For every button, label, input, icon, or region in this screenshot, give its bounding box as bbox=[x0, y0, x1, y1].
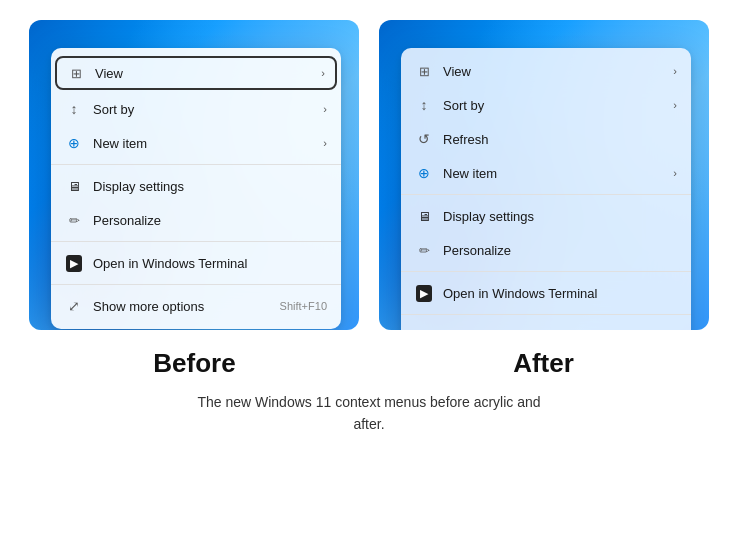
caption: The new Windows 11 context menus before … bbox=[197, 385, 540, 436]
after-sortby-label: Sort by bbox=[443, 98, 663, 113]
after-view-label: View bbox=[443, 64, 663, 79]
before-more-shortcut: Shift+F10 bbox=[280, 300, 327, 312]
after-divider-2 bbox=[401, 271, 691, 272]
after-view-icon bbox=[415, 62, 433, 80]
before-context-menu: View › Sort by › New item › Display sett… bbox=[51, 48, 341, 329]
after-terminal-icon bbox=[415, 284, 433, 302]
sortby-arrow: › bbox=[323, 103, 327, 115]
after-divider-1 bbox=[401, 194, 691, 195]
before-personalize-label: Personalize bbox=[93, 213, 327, 228]
display-icon bbox=[65, 177, 83, 195]
after-menu-display[interactable]: Display settings bbox=[401, 199, 691, 233]
after-menu-newitem[interactable]: New item › bbox=[401, 156, 691, 190]
before-display-label: Display settings bbox=[93, 179, 327, 194]
before-menu-view[interactable]: View › bbox=[55, 56, 337, 90]
view-icon bbox=[67, 64, 85, 82]
view-arrow: › bbox=[321, 67, 325, 79]
after-personalize-icon bbox=[415, 241, 433, 259]
after-menu-sortby[interactable]: Sort by › bbox=[401, 88, 691, 122]
after-view-arrow: › bbox=[673, 65, 677, 77]
terminal-icon bbox=[65, 254, 83, 272]
after-context-menu: View › Sort by › Refresh New item › bbox=[401, 48, 691, 330]
after-panel: View › Sort by › Refresh New item › bbox=[379, 20, 709, 330]
after-terminal-label: Open in Windows Terminal bbox=[443, 286, 677, 301]
labels-section: Before After bbox=[0, 340, 738, 385]
before-newitem-label: New item bbox=[93, 136, 313, 151]
after-newitem-icon bbox=[415, 164, 433, 182]
before-divider-2 bbox=[51, 241, 341, 242]
before-menu-more[interactable]: Show more options Shift+F10 bbox=[51, 289, 341, 323]
newitem-icon bbox=[65, 134, 83, 152]
after-newitem-label: New item bbox=[443, 166, 663, 181]
after-menu-terminal[interactable]: Open in Windows Terminal bbox=[401, 276, 691, 310]
after-label: After bbox=[379, 340, 708, 385]
after-menu-more[interactable]: Show more options Shift+F10 bbox=[401, 319, 691, 330]
before-sortby-label: Sort by bbox=[93, 102, 313, 117]
after-display-label: Display settings bbox=[443, 209, 677, 224]
after-newitem-arrow: › bbox=[673, 167, 677, 179]
personalize-icon bbox=[65, 211, 83, 229]
after-menu-personalize[interactable]: Personalize bbox=[401, 233, 691, 267]
before-divider-1 bbox=[51, 164, 341, 165]
before-menu-newitem[interactable]: New item › bbox=[51, 126, 341, 160]
more-icon bbox=[65, 297, 83, 315]
before-menu-sortby[interactable]: Sort by › bbox=[51, 92, 341, 126]
caption-line2: after. bbox=[197, 413, 540, 435]
before-label: Before bbox=[30, 340, 359, 385]
after-personalize-label: Personalize bbox=[443, 243, 677, 258]
comparison-section: View › Sort by › New item › Display sett… bbox=[0, 0, 738, 340]
after-sortby-arrow: › bbox=[673, 99, 677, 111]
after-display-icon bbox=[415, 207, 433, 225]
sortby-icon bbox=[65, 100, 83, 118]
before-view-label: View bbox=[95, 66, 311, 81]
after-more-label: Show more options bbox=[443, 329, 620, 331]
after-divider-3 bbox=[401, 314, 691, 315]
after-refresh-label: Refresh bbox=[443, 132, 677, 147]
before-divider-3 bbox=[51, 284, 341, 285]
before-menu-personalize[interactable]: Personalize bbox=[51, 203, 341, 237]
after-more-icon bbox=[415, 327, 433, 330]
after-sortby-icon bbox=[415, 96, 433, 114]
before-more-label: Show more options bbox=[93, 299, 270, 314]
newitem-arrow: › bbox=[323, 137, 327, 149]
before-menu-display[interactable]: Display settings bbox=[51, 169, 341, 203]
before-panel: View › Sort by › New item › Display sett… bbox=[29, 20, 359, 330]
caption-line1: The new Windows 11 context menus before … bbox=[197, 391, 540, 413]
after-menu-refresh[interactable]: Refresh bbox=[401, 122, 691, 156]
before-terminal-label: Open in Windows Terminal bbox=[93, 256, 327, 271]
after-menu-view[interactable]: View › bbox=[401, 54, 691, 88]
after-refresh-icon bbox=[415, 130, 433, 148]
before-menu-terminal[interactable]: Open in Windows Terminal bbox=[51, 246, 341, 280]
